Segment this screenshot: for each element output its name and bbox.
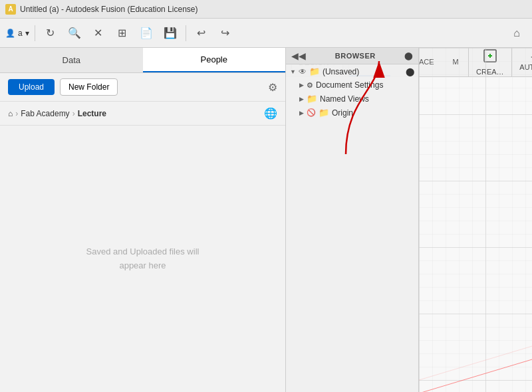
left-panel: Data People Upload New Folder ⚙ ⌂ › Fab … — [0, 48, 286, 392]
save-button[interactable]: 💾 — [160, 23, 180, 43]
named-views-folder-icon: 📁 — [307, 94, 317, 104]
browser-root-item[interactable]: ▼ 👁 📁 (Unsaved) ⬤ — [286, 64, 418, 78]
user-chevron: ▾ — [25, 29, 29, 38]
tree-expand-icon: ▶ — [299, 82, 304, 88]
named-views-label: Named Views — [320, 94, 369, 104]
origin-label: Origin — [332, 108, 353, 118]
user-avatar: 👤 — [5, 29, 15, 38]
close-button[interactable]: ✕ — [88, 23, 108, 43]
visibility-icon[interactable]: 👁 — [299, 67, 307, 76]
grid-button[interactable]: ⊞ — [112, 23, 132, 43]
divider-2 — [186, 25, 186, 41]
breadcrumb-home[interactable]: ⌂ — [8, 109, 13, 118]
browser-item-doc-settings[interactable]: ▶ ⚙ Document Settings — [286, 78, 418, 92]
browser-panel: ◀◀ BROWSER ⬤ ▼ 👁 📁 (Unsaved) ⬤ ▶ ⚙ Docum… — [286, 48, 419, 392]
browser-root-label: (Unsaved) — [323, 67, 359, 76]
viewport-grid — [419, 48, 532, 392]
tree-expand-icon-origin: ▶ — [299, 110, 304, 116]
browser-header: ◀◀ BROWSER ⬤ — [286, 48, 418, 64]
right-panel: DESIGN ▾ SOLID SURFACE M — [286, 48, 532, 392]
breadcrumb-sep-1: › — [15, 109, 18, 118]
user-label: a — [18, 29, 23, 38]
undo-button[interactable]: ↩ — [192, 23, 211, 43]
empty-files-area: Saved and Uploaded files will appear her… — [0, 126, 285, 392]
browser-title: BROWSER — [335, 52, 376, 60]
origin-hidden-icon: 🚫 — [307, 108, 316, 117]
search-button[interactable]: 🔍 — [65, 23, 84, 43]
breadcrumb: ⌂ › Fab Academy › Lecture 🌐 — [0, 102, 285, 126]
app-icon: A — [5, 4, 16, 15]
action-bar: Upload New Folder ⚙ — [0, 73, 285, 102]
home-button[interactable]: ⌂ — [507, 23, 527, 43]
user-menu[interactable]: 👤 a ▾ — [5, 29, 29, 38]
divider-1 — [35, 25, 35, 41]
breadcrumb-sep-2: › — [72, 109, 75, 118]
empty-message: Saved and Uploaded files will appear her… — [86, 245, 200, 273]
breadcrumb-fab-academy[interactable]: Fab Academy — [21, 109, 69, 118]
settings-icon: ⚙ — [307, 81, 313, 90]
title-bar: A Untitled (a) - Autodesk Fusion (Educat… — [0, 0, 532, 19]
tab-data[interactable]: Data — [0, 48, 143, 72]
grid-area — [419, 48, 532, 392]
upload-button[interactable]: Upload — [8, 79, 55, 95]
window-title: Untitled (a) - Autodesk Fusion (Educatio… — [20, 5, 198, 14]
new-folder-button[interactable]: New Folder — [60, 78, 118, 96]
panel-settings-button[interactable]: ⚙ — [268, 81, 277, 94]
tree-expand-icon-views: ▶ — [299, 96, 304, 102]
browser-item-named-views[interactable]: ▶ 📁 Named Views — [286, 92, 418, 106]
root-folder-icon: 📁 — [309, 66, 320, 76]
browser-collapse-button[interactable]: ◀◀ — [291, 50, 306, 61]
origin-folder-icon: 📁 — [319, 108, 329, 118]
tab-people[interactable]: People — [143, 48, 286, 72]
unsaved-badge: ⬤ — [406, 67, 414, 76]
breadcrumb-globe-icon[interactable]: 🌐 — [264, 107, 277, 120]
refresh-button[interactable]: ↻ — [41, 23, 61, 43]
main-toolbar: 👤 a ▾ ↻ 🔍 ✕ ⊞ 📄 💾 ↩ ↪ ⌂ — [0, 19, 532, 48]
main-content: Data People Upload New Folder ⚙ ⌂ › Fab … — [0, 48, 532, 392]
browser-close-indicator: ⬤ — [404, 52, 413, 60]
data-people-tabs: Data People — [0, 48, 285, 73]
tree-collapse-icon: ▼ — [290, 68, 296, 75]
redo-button[interactable]: ↪ — [215, 23, 235, 43]
document-button[interactable]: 📄 — [136, 23, 156, 43]
browser-item-origin[interactable]: ▶ 🚫 📁 Origin — [286, 106, 418, 120]
breadcrumb-lecture[interactable]: Lecture — [78, 109, 106, 118]
doc-settings-label: Document Settings — [316, 80, 383, 90]
svg-rect-4 — [419, 48, 532, 392]
